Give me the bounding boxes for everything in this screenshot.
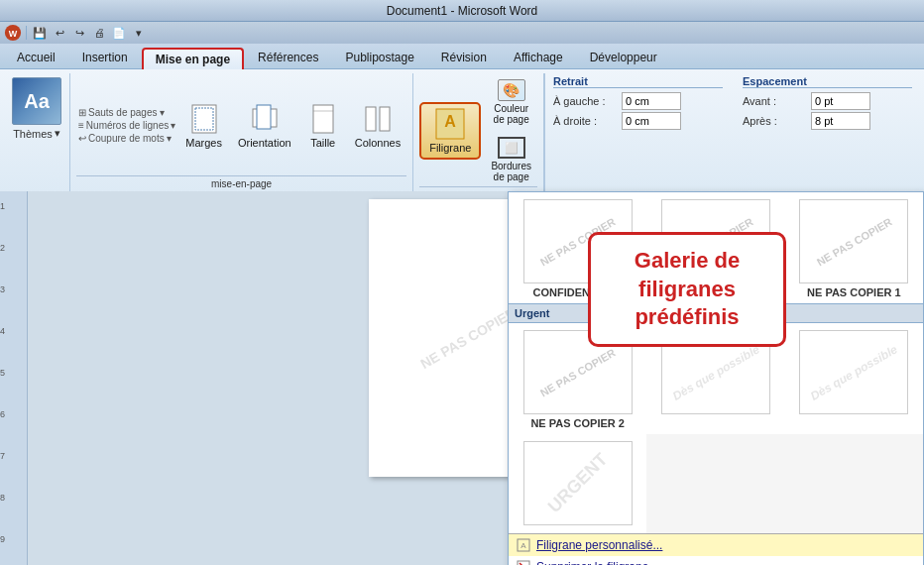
filigrane-icon: A <box>434 108 466 140</box>
taille-icon <box>307 103 339 135</box>
tab-references[interactable]: Références <box>245 47 331 68</box>
tab-misepage[interactable]: Mise en page <box>142 48 244 69</box>
gallery-grid-3: URGENT <box>509 434 923 533</box>
tab-affichage[interactable]: Affichage <box>501 47 576 68</box>
svg-rect-8 <box>366 107 376 131</box>
orientation-label: Orientation <box>238 137 291 149</box>
gallery-item-nepascopier1[interactable]: NE PAS COPIER NE PAS COPIER 1 <box>785 192 923 303</box>
filigrane-label: Filigrane <box>429 142 471 154</box>
sauts-label: Sauts de pages <box>88 107 158 118</box>
retrait-gauche-row: À gauche : <box>553 92 723 110</box>
retrait-gauche-label: À gauche : <box>553 95 618 107</box>
urgent-watermark: URGENT <box>543 449 612 517</box>
themes-button[interactable]: Aa Thèmes ▾ <box>12 77 61 140</box>
supprimer-label: Supprimer le filigrane <box>536 560 648 565</box>
svg-text:A: A <box>520 541 526 550</box>
tab-publipostage[interactable]: Publipostage <box>332 47 426 68</box>
svg-rect-9 <box>380 107 390 131</box>
num-lignes-btn[interactable]: ≡ Numéros de lignes ▾ <box>76 120 175 131</box>
coupure-btn[interactable]: ↩ Coupure de mots ▾ <box>76 133 175 144</box>
mise-en-page-items: ⊞ Sauts de pages ▾ ≡ Numéros de lignes ▾… <box>76 75 406 175</box>
tab-developpeur[interactable]: Développeur <box>577 47 670 68</box>
colonnes-icon <box>362 103 394 135</box>
left-ruler: 1 2 3 4 5 6 7 8 9 <box>0 191 28 565</box>
couleur-icon: 🎨 <box>498 79 525 101</box>
print-btn[interactable]: 🖨 <box>90 24 108 42</box>
retrait-droite-row: À droite : <box>553 112 723 130</box>
espacement-apres-input[interactable] <box>811 112 870 130</box>
espacement-avant-input[interactable] <box>811 92 870 110</box>
marges-button[interactable]: Marges <box>179 99 228 153</box>
bordures-label: Borduresde page <box>491 161 531 182</box>
ruler-mark-2: 2 <box>0 243 27 284</box>
coupure-icon: ↩ <box>78 133 86 144</box>
dropdown-btn[interactable]: ▾ <box>130 24 148 42</box>
svg-rect-2 <box>192 105 216 133</box>
taille-button[interactable]: Taille <box>301 99 345 153</box>
mise-en-page-group: ⊞ Sauts de pages ▾ ≡ Numéros de lignes ▾… <box>70 73 413 191</box>
couleur-page-button[interactable]: 🎨 Couleurde page <box>485 75 537 129</box>
tab-accueil[interactable]: Accueil <box>4 47 68 68</box>
filigrane-button[interactable]: A Filigrane <box>419 102 481 160</box>
ribbon-tab-bar: Accueil Insertion Mise en page Référence… <box>0 44 924 69</box>
ruler-mark-6: 6 <box>0 409 27 451</box>
redo-btn[interactable]: ↪ <box>70 24 88 42</box>
themes-group: Aa Thèmes ▾ <box>4 73 70 191</box>
ruler-mark-8: 8 <box>0 493 27 534</box>
retrait-gauche-input[interactable] <box>622 92 681 110</box>
bordures-icon: ⬜ <box>498 137 525 159</box>
supprimer-item[interactable]: Supprimer le filigrane <box>509 556 923 565</box>
ruler-mark-3: 3 <box>0 284 27 326</box>
coupure-dropdown: ▾ <box>167 133 172 144</box>
gallery-footer: A Filigrane personnalisé... Supprimer le… <box>509 533 923 565</box>
arriere-plan-label <box>419 186 537 189</box>
gallery-panel: NE PAS COPIER CONFIDENTIEL 1 NE PAS COPI… <box>508 191 924 565</box>
nepascopier2-label: NE PAS COPIER 2 <box>530 417 625 429</box>
arriere-plan-group: A Filigrane 🎨 Couleurde page ⬜ Borduresd… <box>413 73 544 191</box>
svg-text:W: W <box>9 29 18 39</box>
quick-access-toolbar: W 💾 ↩ ↪ 🖨 📄 ▾ <box>0 22 924 44</box>
tab-revision[interactable]: Révision <box>428 47 500 68</box>
ruler-mark-7: 7 <box>0 451 27 493</box>
espacement-apres-label: Après : <box>743 115 807 127</box>
colonnes-label: Colonnes <box>355 137 401 149</box>
nepascopier1-watermark: NE PAS COPIER <box>814 215 893 268</box>
espacement-apres-row: Après : <box>743 112 912 130</box>
sauts-icon: ⊞ <box>78 107 86 118</box>
svg-text:A: A <box>445 113 457 130</box>
ruler-mark-1: 1 <box>0 201 27 243</box>
gallery-item-urgent[interactable]: URGENT <box>509 434 646 533</box>
filigrane-perso-icon: A <box>517 538 530 552</box>
annotation-text: Galerie de filigranes prédéfinis <box>635 248 740 329</box>
ruler-mark-9: 9 <box>0 534 27 565</box>
bordures-page-button[interactable]: ⬜ Borduresde page <box>485 133 537 186</box>
retrait-droite-input[interactable] <box>622 112 681 130</box>
mise-en-page-label: mise-en-page <box>76 175 406 189</box>
retrait-title: Retrait <box>553 75 723 88</box>
separator <box>26 26 27 40</box>
office-button[interactable]: W <box>4 24 22 42</box>
retrait-col: Retrait À gauche : À droite : <box>553 75 723 130</box>
title-text: Document1 - Microsoft Word <box>387 4 538 18</box>
save-btn[interactable]: 💾 <box>31 24 49 42</box>
ruler-marks: 1 2 3 4 5 6 7 8 9 <box>0 191 27 565</box>
dqp2-watermark: Dès que possible <box>808 342 899 402</box>
gallery-item-dqp2[interactable]: Dès que possible <box>785 323 923 434</box>
document-watermark: NE PAS COPIER <box>417 304 519 372</box>
colonnes-button[interactable]: Colonnes <box>349 99 406 153</box>
orientation-button[interactable]: Orientation <box>232 99 297 153</box>
undo-btn[interactable]: ↩ <box>51 24 68 42</box>
themes-dropdown-icon: ▾ <box>55 127 60 140</box>
filigrane-perso-item[interactable]: A Filigrane personnalisé... <box>509 534 923 556</box>
tab-insertion[interactable]: Insertion <box>69 47 141 68</box>
sauts-pages-btn[interactable]: ⊞ Sauts de pages ▾ <box>76 107 175 118</box>
espacement-col: Espacement Avant : Après : <box>743 75 912 130</box>
new-btn[interactable]: 📄 <box>110 24 128 42</box>
themes-icon: Aa <box>12 77 61 125</box>
marges-label: Marges <box>185 137 222 149</box>
retrait-droite-label: À droite : <box>553 115 618 127</box>
num-icon: ≡ <box>78 120 84 131</box>
main-area: 1 2 3 4 5 6 7 8 9 NE PAS COPIER NE PAS C… <box>0 191 924 565</box>
taille-label: Taille <box>310 137 335 149</box>
ribbon-content: Aa Thèmes ▾ ⊞ Sauts de pages ▾ ≡ Numéros… <box>0 69 924 191</box>
